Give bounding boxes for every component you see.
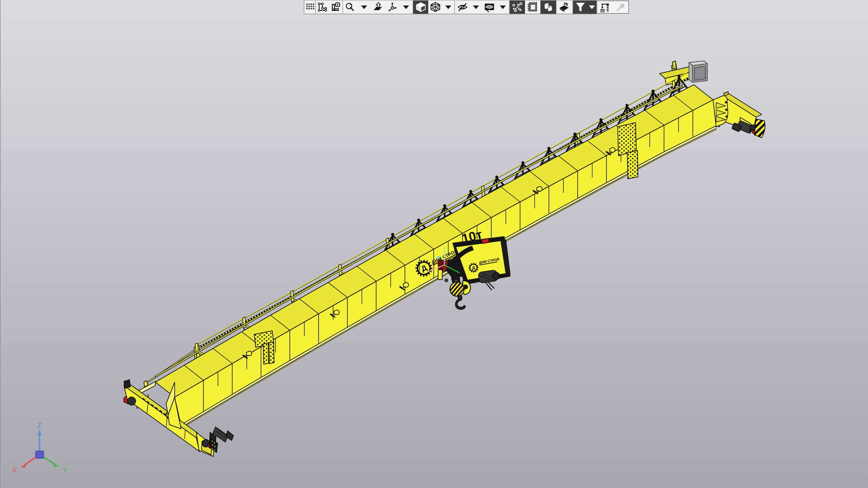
svg-text:Z: Z — [37, 422, 41, 429]
svg-text:Y: Y — [63, 467, 67, 474]
svg-text:X: X — [12, 466, 17, 474]
